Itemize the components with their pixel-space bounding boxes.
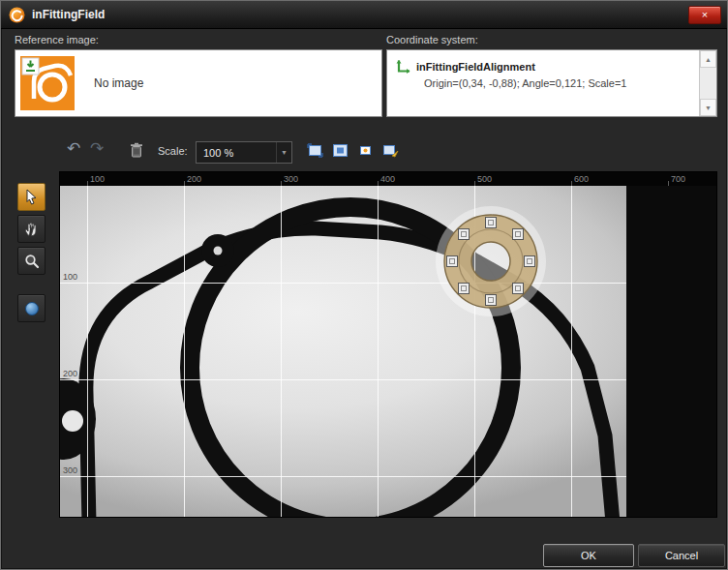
delete-button[interactable] (125, 139, 148, 161)
close-button[interactable]: × (688, 6, 721, 24)
ruler-x-tick: 400 (380, 174, 395, 184)
ruler-x-tick: 200 (187, 174, 201, 184)
cancel-button[interactable]: Cancel (638, 544, 725, 567)
undo-button[interactable]: ↶ (67, 140, 80, 157)
zoom-actual-size-button[interactable] (353, 139, 377, 161)
canvas-area[interactable]: 100 200 300 (60, 186, 716, 517)
roi-handle-e[interactable] (525, 256, 535, 267)
scale-value: 100 % (197, 147, 276, 159)
trash-icon (130, 142, 143, 158)
roi-handle-n[interactable] (486, 218, 497, 228)
coordinate-system-label: Coordinate system: (386, 34, 478, 45)
fitting-field-roi[interactable] (436, 206, 546, 316)
dialog-window: inFittingField × Reference image: Coordi… (0, 0, 728, 570)
ruler-y-tick: 300 (63, 465, 77, 475)
circle-region-icon (24, 301, 40, 316)
ruler-x-tick: 100 (90, 174, 105, 184)
image-canvas-overlay: 100 200 300 (60, 186, 626, 517)
zoom-actual-size-icon (357, 143, 374, 158)
zoom-selection-button[interactable] (379, 139, 402, 161)
window-title: inFittingField (32, 8, 105, 21)
circle-region-tool-button[interactable] (17, 294, 46, 322)
zoom-fit-icon (307, 143, 323, 158)
image-viewer[interactable]: 100 200 300 400 500 600 700 (59, 171, 717, 518)
roi-handle-w[interactable] (447, 256, 458, 267)
magnifier-icon (24, 254, 40, 269)
pan-tool-button[interactable] (17, 215, 46, 243)
ruler-x-tick: 300 (284, 174, 298, 184)
coordinate-system-name: inFittingFieldAlignment (416, 61, 535, 73)
scroll-up-icon: ▲ (705, 56, 712, 63)
reference-image-thumbnail-icon (20, 56, 75, 110)
roi-handle-ne[interactable] (513, 229, 524, 240)
reference-image-label: Reference image: (15, 34, 99, 45)
roi-handle-s[interactable] (486, 295, 497, 306)
roi-handle-nw[interactable] (459, 229, 470, 240)
cancel-button-label: Cancel (665, 550, 698, 561)
zoom-fill-icon (332, 143, 349, 158)
zoom-tool-button[interactable] (17, 247, 46, 275)
app-logo-icon (9, 7, 25, 23)
roi-handle-se[interactable] (513, 284, 524, 294)
alignment-icon (395, 59, 410, 75)
cursor-arrow-icon (24, 189, 39, 205)
redo-button[interactable]: ↷ (90, 140, 104, 157)
zoom-fit-button[interactable] (303, 139, 326, 161)
coordinate-scrollbar[interactable]: ▲ ▼ (699, 50, 716, 116)
chevron-down-icon: ▼ (281, 149, 288, 156)
zoom-selection-icon (382, 143, 399, 158)
image-outside-area (626, 186, 716, 517)
scroll-up-button[interactable]: ▲ (700, 50, 716, 68)
close-icon: × (702, 10, 708, 20)
coordinate-system-item[interactable]: inFittingFieldAlignment Origin=(0,34, -0… (387, 50, 700, 116)
ok-button[interactable]: OK (543, 544, 634, 567)
scroll-down-button[interactable]: ▼ (700, 99, 716, 116)
horizontal-ruler: 100 200 300 400 500 600 700 (60, 172, 716, 186)
select-tool-button[interactable] (17, 183, 46, 211)
coordinate-system-details: Origin=(0,34, -0,88); Angle=0,121; Scale… (424, 77, 700, 89)
ruler-x-tick: 600 (574, 174, 589, 184)
hand-icon (24, 221, 40, 237)
scale-label: Scale: (158, 145, 188, 157)
no-image-text: No image (94, 76, 143, 90)
combobox-dropdown-button[interactable]: ▼ (276, 142, 291, 163)
titlebar[interactable]: inFittingField × (1, 1, 727, 29)
ok-button-label: OK (581, 550, 596, 561)
zoom-fill-button[interactable] (328, 139, 351, 161)
scale-combobox[interactable]: 100 % ▼ (196, 141, 292, 164)
coordinate-system-panel[interactable]: inFittingFieldAlignment Origin=(0,34, -0… (386, 49, 717, 117)
ruler-y-tick: 100 (63, 272, 77, 282)
roi-handle-sw[interactable] (459, 284, 470, 294)
ruler-x-tick: 700 (671, 174, 685, 184)
ruler-x-tick: 500 (477, 174, 492, 184)
reference-image-panel[interactable]: No image (15, 49, 382, 117)
scroll-down-icon: ▼ (705, 105, 712, 111)
ruler-y-tick: 200 (63, 369, 77, 378)
